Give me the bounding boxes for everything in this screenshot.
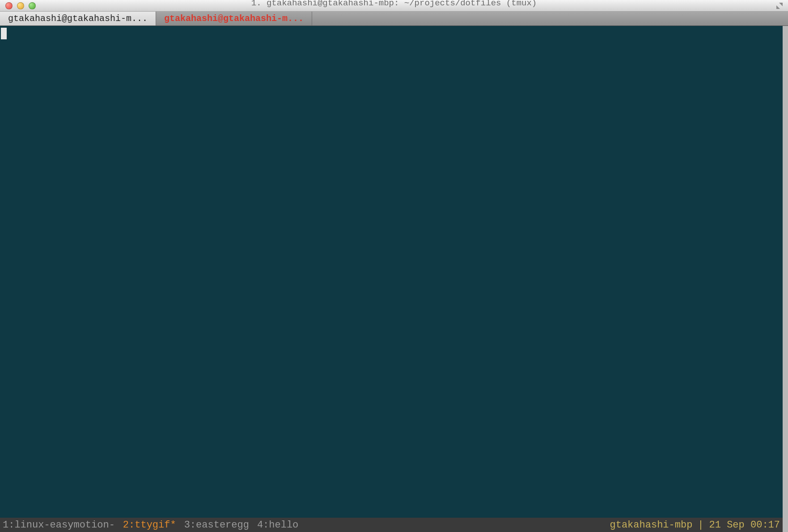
zoom-window-icon[interactable]	[29, 2, 36, 9]
terminal-tab-1[interactable]: gtakahashi@gtakahashi-m...	[0, 12, 156, 25]
tmux-window-2[interactable]: 2:ttygif*	[123, 519, 176, 531]
tmux-window-4[interactable]: 4:hello	[257, 519, 298, 531]
tmux-separator: |	[698, 519, 703, 531]
tmux-window-list: 1:linux-easymotion- 2:ttygif* 3:eastereg…	[3, 519, 298, 531]
terminal-tab-2[interactable]: gtakahashi@gtakahashi-m...	[156, 12, 312, 25]
terminal-cursor	[1, 28, 7, 39]
window-title: 1. gtakahashi@gtakahashi-mbp: ~/projects…	[251, 0, 537, 8]
tmux-status-bar: 1:linux-easymotion- 2:ttygif* 3:eastereg…	[0, 518, 783, 532]
traffic-lights	[0, 2, 36, 9]
minimize-window-icon[interactable]	[17, 2, 24, 9]
terminal-viewport[interactable]	[0, 26, 783, 518]
window-resize-edge[interactable]	[783, 26, 788, 532]
expand-icon[interactable]	[775, 2, 784, 10]
titlebar-right	[775, 2, 788, 10]
tmux-hostname: gtakahashi-mbp	[610, 519, 693, 531]
tab-label: gtakahashi@gtakahashi-m...	[8, 13, 148, 24]
tmux-window-1[interactable]: 1:linux-easymotion-	[3, 519, 115, 531]
tmux-window-3[interactable]: 3:easteregg	[184, 519, 249, 531]
tmux-datetime: 21 Sep 00:17	[709, 519, 780, 531]
tab-bar: gtakahashi@gtakahashi-m... gtakahashi@gt…	[0, 12, 788, 26]
main-area: 1:linux-easymotion- 2:ttygif* 3:eastereg…	[0, 26, 788, 532]
window-titlebar: 1. gtakahashi@gtakahashi-mbp: ~/projects…	[0, 0, 788, 12]
tab-label: gtakahashi@gtakahashi-m...	[164, 13, 304, 24]
tmux-status-right: gtakahashi-mbp | 21 Sep 00:17	[610, 519, 780, 531]
close-window-icon[interactable]	[5, 2, 13, 9]
